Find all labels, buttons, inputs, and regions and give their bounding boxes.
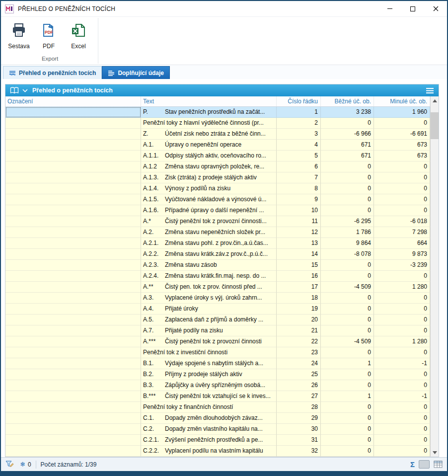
cell-line-number[interactable]: 22	[277, 336, 321, 347]
table-row[interactable]: B.***Čistý peněžní tok vztahující se k i…	[5, 391, 430, 402]
cell-current-period[interactable]: 1 786	[321, 227, 374, 238]
cell-current-period[interactable]: 0	[321, 183, 374, 194]
table-row[interactable]: Peněžní toky z finančních činností 28 0 …	[5, 402, 430, 413]
cell-oznaceni[interactable]	[5, 336, 141, 347]
cell-line-number[interactable]: 16	[277, 271, 321, 282]
cell-oznaceni[interactable]	[5, 325, 141, 336]
cell-current-period[interactable]: 0	[321, 325, 374, 336]
cell-line-number[interactable]: 23	[277, 347, 321, 358]
table-row[interactable]: C.2.1.Zvýšení peněžních prostředků a pe.…	[5, 435, 430, 446]
table-row[interactable]: C.1.Dopady změn dlouhodobých závaz... 29…	[5, 413, 430, 424]
pdf-export-button[interactable]: PDF PDF	[34, 20, 64, 53]
scroll-down-button[interactable]	[431, 448, 439, 457]
cell-current-period[interactable]: 0	[321, 293, 374, 304]
cell-line-number[interactable]: 7	[277, 172, 321, 183]
cell-previous-period[interactable]: 1 280	[374, 282, 430, 293]
cell-oznaceni[interactable]	[5, 402, 141, 413]
cell-current-period[interactable]: 0	[321, 446, 374, 457]
cell-text[interactable]: A.1.Úpravy o nepeněžní operace	[141, 140, 277, 151]
cell-previous-period[interactable]: -6 691	[374, 129, 430, 140]
cell-current-period[interactable]: 671	[321, 151, 374, 161]
tab-doplnujici-udaje[interactable]: Doplňující údaje	[102, 66, 170, 79]
cell-previous-period[interactable]: 0	[374, 435, 430, 446]
table-row[interactable]: A.1.3.Zisk (ztráta) z prodeje stálých ak…	[5, 172, 430, 183]
tab-prehled-o-peneznich-tocich[interactable]: Přehled o peněžních tocích	[3, 66, 102, 79]
table-row[interactable]: A.1.6.Případné úpravy o další nepeněžní …	[5, 205, 430, 216]
close-button[interactable]	[424, 1, 447, 16]
column-header-oznaceni[interactable]: Označení	[5, 96, 141, 106]
cell-oznaceni[interactable]	[5, 249, 141, 260]
cell-previous-period[interactable]: -1	[374, 391, 430, 402]
table-row[interactable]: C.2.2.Vyplacení podílu na vlastním kapit…	[5, 446, 430, 457]
cell-current-period[interactable]: -8 078	[321, 249, 374, 260]
cell-text[interactable]: A.*Čistý peněžní tok z provozní činnosti…	[141, 216, 277, 227]
cell-previous-period[interactable]: 0	[374, 293, 430, 304]
cell-text[interactable]: A.2.Změna stavu nepeněžních složek pr...	[141, 227, 277, 238]
cell-previous-period[interactable]: 0	[374, 315, 430, 325]
cell-oznaceni[interactable]	[5, 413, 141, 424]
cell-oznaceni[interactable]	[5, 107, 141, 118]
cell-line-number[interactable]: 26	[277, 380, 321, 391]
cell-previous-period[interactable]: 0	[374, 118, 430, 129]
table-row[interactable]: Peněžní tok z investiční činnosti 23 0 0	[5, 347, 430, 358]
table-row[interactable]: C.2.Dopady změn vlastního kapitálu na...…	[5, 424, 430, 435]
cell-oznaceni[interactable]	[5, 293, 141, 304]
cell-current-period[interactable]: 0	[321, 369, 374, 380]
table-row[interactable]: A.1.1.Odpisy stálých aktiv, oceňovacího …	[5, 151, 430, 161]
cell-oznaceni[interactable]	[5, 424, 141, 435]
column-header-bezne-obdobi[interactable]: Běžné úč. ob.	[321, 96, 374, 106]
table-row[interactable]: A.1.5.Vyúčtované nákladové a výnosové ú.…	[5, 194, 430, 205]
cell-text[interactable]: A.1.5.Vyúčtované nákladové a výnosové ú.…	[141, 194, 277, 205]
chevron-down-icon[interactable]	[22, 89, 28, 92]
cell-current-period[interactable]: 0	[321, 424, 374, 435]
cell-oznaceni[interactable]	[5, 216, 141, 227]
cell-line-number[interactable]: 31	[277, 435, 321, 446]
cell-oznaceni[interactable]	[5, 194, 141, 205]
cell-previous-period[interactable]: 0	[374, 446, 430, 457]
cell-previous-period[interactable]: 0	[374, 347, 430, 358]
table-row[interactable]: B.1.Výdaje spojené s nabytím stálých a..…	[5, 358, 430, 369]
cell-oznaceni[interactable]	[5, 304, 141, 315]
gray-toggle-button[interactable]	[419, 460, 430, 469]
table-row[interactable]: B.2.Příjmy z prodeje stálých aktiv 25 0 …	[5, 369, 430, 380]
cell-oznaceni[interactable]	[5, 380, 141, 391]
cell-previous-period[interactable]: 0	[374, 271, 430, 282]
cell-previous-period[interactable]: 0	[374, 424, 430, 435]
cell-text[interactable]: B.3.Zápůjčky a úvěry spřízněným osobá...	[141, 380, 277, 391]
cell-text[interactable]: A.1.6.Případné úpravy o další nepeněžní …	[141, 205, 277, 216]
cell-line-number[interactable]: 9	[277, 194, 321, 205]
cell-current-period[interactable]: -4 509	[321, 336, 374, 347]
cell-current-period[interactable]: 0	[321, 161, 374, 172]
cell-oznaceni[interactable]	[5, 238, 141, 249]
cell-line-number[interactable]: 10	[277, 205, 321, 216]
cell-previous-period[interactable]: 664	[374, 238, 430, 249]
cell-text[interactable]: Peněžní tok z investiční činnosti	[141, 347, 277, 358]
cell-line-number[interactable]: 32	[277, 446, 321, 457]
cell-oznaceni[interactable]	[5, 161, 141, 172]
scrollbar-thumb[interactable]	[431, 112, 439, 139]
cell-current-period[interactable]: 0	[321, 304, 374, 315]
sum-button[interactable]: Σ	[410, 461, 415, 468]
filter-button[interactable]	[5, 461, 14, 468]
scrollbar-track[interactable]	[431, 139, 439, 448]
cell-text[interactable]: Z.Účetní zisk nebo ztráta z běžné činn..…	[141, 129, 277, 140]
cell-text[interactable]: Peněžní toky z hlavní výdělečné činnosti…	[141, 118, 277, 129]
cell-line-number[interactable]: 1	[277, 107, 321, 118]
vertical-scrollbar[interactable]	[430, 96, 439, 457]
table-row[interactable]: P.Stav peněžních prostředků na začát... …	[5, 107, 430, 118]
column-header-minule-obdobi[interactable]: Minulé úč. ob.	[374, 96, 430, 106]
cell-line-number[interactable]: 15	[277, 260, 321, 271]
cell-text[interactable]: A.4.Přijaté úroky	[141, 304, 277, 315]
cell-line-number[interactable]: 5	[277, 151, 321, 161]
cell-current-period[interactable]: -6 966	[321, 129, 374, 140]
cell-current-period[interactable]: 0	[321, 402, 374, 413]
cell-text[interactable]: A.1.3.Zisk (ztráta) z prodeje stálých ak…	[141, 172, 277, 183]
cell-text[interactable]: A.5.Zaplacená daň z příjmů a doměrky ...	[141, 315, 277, 325]
column-header-cislo-radku[interactable]: Číslo řádku	[277, 96, 321, 106]
cell-line-number[interactable]: 13	[277, 238, 321, 249]
cell-current-period[interactable]: 3 238	[321, 107, 374, 118]
cell-text[interactable]: B.***Čistý peněžní tok vztahující se k i…	[141, 391, 277, 402]
table-row[interactable]: A.1.2Změna stavu opravných položek, re..…	[5, 161, 430, 172]
minimize-button[interactable]	[378, 1, 401, 16]
table-row[interactable]: Z.Účetní zisk nebo ztráta z běžné činn..…	[5, 129, 430, 140]
